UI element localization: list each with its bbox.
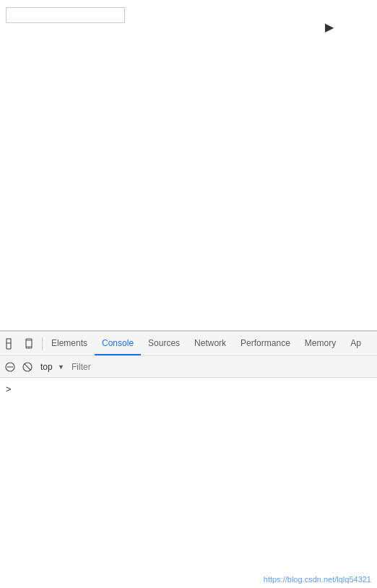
devtools-panel: Elements Console Sources Network Perform… bbox=[0, 331, 377, 588]
tab-application[interactable]: Ap bbox=[343, 332, 368, 355]
console-filter-input[interactable] bbox=[69, 359, 374, 375]
clear-console-icon[interactable] bbox=[3, 360, 17, 374]
console-prompt[interactable]: > bbox=[6, 384, 12, 394]
svg-rect-0 bbox=[6, 339, 11, 343]
tab-sources[interactable]: Sources bbox=[141, 332, 187, 355]
tab-network[interactable]: Network bbox=[187, 332, 233, 355]
console-toolbar: top ▼ bbox=[0, 356, 377, 378]
watermark: https://blog.csdn.net/lqlq54321 bbox=[264, 575, 371, 584]
url-bar[interactable] bbox=[6, 7, 125, 23]
tab-console[interactable]: Console bbox=[95, 332, 141, 355]
tab-memory[interactable]: Memory bbox=[298, 332, 343, 355]
inspect-element-icon[interactable] bbox=[4, 337, 19, 351]
svg-point-7 bbox=[28, 347, 30, 348]
devtools-tabs: Elements Console Sources Network Perform… bbox=[44, 332, 377, 355]
browser-content: ▶ bbox=[0, 0, 377, 331]
device-toggle-icon[interactable] bbox=[22, 337, 36, 351]
tab-elements[interactable]: Elements bbox=[44, 332, 95, 355]
devtools-tabbar: Elements Console Sources Network Perform… bbox=[0, 332, 377, 356]
tab-performance[interactable]: Performance bbox=[233, 332, 298, 355]
devtools-toolbar-icons bbox=[0, 337, 40, 351]
svg-line-11 bbox=[25, 363, 31, 370]
mouse-cursor: ▶ bbox=[325, 22, 334, 33]
console-content: > bbox=[0, 378, 377, 588]
filter-icon[interactable] bbox=[20, 360, 35, 374]
toolbar-divider bbox=[42, 337, 43, 350]
context-selector[interactable]: top ▼ bbox=[38, 360, 66, 373]
context-select-input[interactable]: top bbox=[38, 360, 66, 373]
